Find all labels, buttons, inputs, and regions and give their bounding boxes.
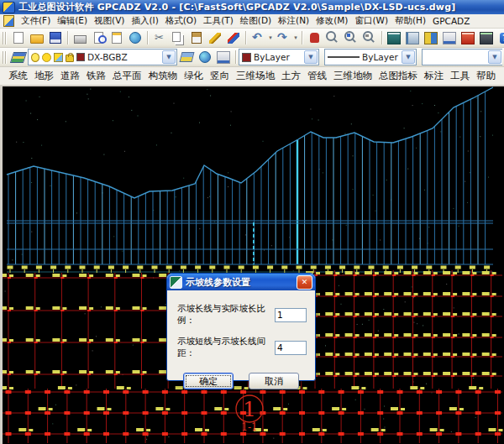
web-publish-button[interactable] bbox=[126, 29, 144, 47]
zoom-realtime-icon bbox=[326, 31, 336, 41]
lineweight-combo[interactable]: ▼ bbox=[422, 49, 502, 65]
dialog-title-bar[interactable]: 示坡线参数设置 ✕ bbox=[167, 274, 315, 290]
markup-manager-button[interactable] bbox=[459, 29, 477, 47]
slope-line-settings-dialog: 示坡线参数设置 ✕ 示坡长线与实际坡长比例： 示坡短线与示坡长线间距： 确定 取… bbox=[166, 273, 316, 381]
menu-item[interactable]: 工具(T) bbox=[200, 14, 237, 28]
menu-item[interactable]: 修改(M) bbox=[312, 14, 351, 28]
lineweight-combo-dropdown[interactable]: ▼ bbox=[488, 50, 501, 64]
toolbar-grip[interactable] bbox=[3, 51, 7, 64]
properties-button[interactable] bbox=[385, 29, 403, 47]
redo-icon bbox=[277, 33, 289, 44]
redo-dropdown[interactable]: ▾ bbox=[292, 34, 299, 41]
layer-previous-button[interactable] bbox=[214, 49, 233, 66]
ratio-field-row: 示坡长线与实际坡长比例： bbox=[177, 303, 307, 326]
toolbar-separator bbox=[67, 31, 68, 44]
layer-combo[interactable]: DX-BGBZ ▼ bbox=[28, 49, 177, 65]
undo-dropdown[interactable]: ▾ bbox=[267, 34, 274, 41]
standard-toolbar: ▾▾ 二维草图与注 bbox=[0, 29, 504, 48]
gpcadz-menu-item[interactable]: 道路 bbox=[57, 68, 83, 84]
dialog-icon bbox=[170, 276, 182, 289]
cut-button[interactable] bbox=[150, 29, 169, 47]
help-icon bbox=[500, 33, 504, 44]
spacing-input[interactable] bbox=[275, 341, 307, 355]
publish-button[interactable] bbox=[108, 29, 126, 47]
sheetset-manager-button[interactable] bbox=[440, 29, 459, 47]
gpcadz-menu-item[interactable]: 帮助 bbox=[473, 68, 499, 84]
ok-button[interactable]: 确定 bbox=[183, 373, 234, 389]
copy-icon bbox=[172, 32, 181, 42]
designcenter-button[interactable] bbox=[403, 29, 422, 47]
save-button[interactable] bbox=[46, 29, 65, 47]
tool-palettes-button[interactable] bbox=[422, 29, 440, 47]
undo-button[interactable] bbox=[249, 29, 267, 47]
document-icon[interactable] bbox=[3, 15, 14, 27]
gpcadz-menu-item[interactable]: 土方 bbox=[278, 68, 304, 84]
toolbar-grip[interactable] bbox=[3, 32, 7, 44]
gpcadz-menu-item[interactable]: 构筑物 bbox=[145, 68, 181, 84]
gpcadz-menu-item[interactable]: 绿化 bbox=[181, 68, 207, 84]
color-combo[interactable]: ByLayer ▼ bbox=[239, 49, 319, 65]
quickcalc-button[interactable] bbox=[477, 29, 496, 47]
redo-button[interactable] bbox=[274, 29, 292, 47]
dialog-close-button[interactable]: ✕ bbox=[297, 275, 312, 290]
paste-button[interactable] bbox=[187, 29, 206, 47]
new-button[interactable] bbox=[9, 29, 28, 47]
cancel-button[interactable]: 取消 bbox=[249, 373, 299, 389]
menu-item[interactable]: 绘图(D) bbox=[237, 14, 275, 28]
properties-icon bbox=[387, 32, 401, 44]
drawing-canvas[interactable]: 11-1 bbox=[3, 86, 504, 444]
zoom-window-button[interactable] bbox=[342, 29, 360, 47]
help-button[interactable] bbox=[496, 29, 504, 47]
title-bar[interactable]: 工业总图设计软件 GPCADZ V2.0 - [C:\FastSoft\GPCA… bbox=[0, 0, 504, 14]
gpcadz-menu-item[interactable]: 总平面 bbox=[109, 68, 145, 84]
plot-preview-button[interactable] bbox=[89, 29, 108, 47]
menu-item[interactable]: GPCADZ bbox=[429, 15, 473, 27]
open-button[interactable] bbox=[28, 29, 46, 47]
zoom-previous-button[interactable] bbox=[360, 29, 379, 47]
gpcadz-menu-item[interactable]: 竖向 bbox=[207, 68, 233, 84]
ratio-input[interactable] bbox=[275, 308, 307, 322]
menu-item[interactable]: 视图(V) bbox=[91, 14, 128, 28]
linetype-combo-value: ByLayer bbox=[362, 52, 398, 62]
gpcadz-menu-item[interactable]: 工具 bbox=[447, 68, 473, 84]
gpcadz-menu-item[interactable]: 三维地物 bbox=[330, 68, 375, 84]
paste-icon bbox=[192, 32, 202, 44]
menu-item[interactable]: 格式(O) bbox=[162, 14, 200, 28]
color-combo-dropdown[interactable]: ▼ bbox=[304, 50, 318, 64]
copy-button[interactable] bbox=[169, 29, 187, 47]
layer-manager-button[interactable] bbox=[9, 49, 28, 66]
format-painter-button[interactable] bbox=[224, 29, 243, 47]
zoom-realtime-button[interactable] bbox=[323, 29, 342, 47]
menu-item[interactable]: 编辑(E) bbox=[54, 14, 91, 28]
menu-item[interactable]: 窗口(W) bbox=[351, 14, 391, 28]
layer-update-button[interactable] bbox=[196, 49, 214, 66]
spacing-field-row: 示坡短线与示坡长线间距： bbox=[177, 336, 307, 359]
gpcadz-menu-item[interactable]: 系统 bbox=[5, 68, 31, 84]
pan-button[interactable] bbox=[305, 29, 323, 47]
gpcadz-menu-item[interactable]: 三维场地 bbox=[233, 68, 278, 84]
linetype-combo-dropdown[interactable]: ▼ bbox=[402, 50, 415, 64]
publish-icon bbox=[112, 32, 122, 44]
menu-item[interactable]: 帮助(H) bbox=[391, 14, 429, 28]
match-properties-button[interactable] bbox=[206, 29, 224, 47]
gpcadz-menu-item[interactable]: 管线 bbox=[304, 68, 330, 84]
plot-preview-icon bbox=[94, 32, 103, 44]
menu-item[interactable]: 插入(I) bbox=[128, 14, 161, 28]
cut-icon bbox=[154, 33, 165, 44]
gpcadz-menu-item[interactable]: 地形 bbox=[31, 68, 57, 84]
layer-combo-dropdown[interactable]: ▼ bbox=[162, 50, 176, 64]
gpcadz-menu-item[interactable]: 总图指标 bbox=[375, 68, 421, 84]
layer-lock-icon bbox=[66, 55, 74, 62]
gpcadz-menu-item[interactable]: 标注 bbox=[421, 68, 447, 84]
layer-color-swatch bbox=[76, 53, 85, 61]
linetype-combo[interactable]: ByLayer ▼ bbox=[324, 49, 417, 65]
cad-drawing[interactable]: 11-1 bbox=[3, 86, 504, 444]
plot-button[interactable] bbox=[71, 29, 89, 47]
window-title: 工业总图设计软件 GPCADZ V2.0 - [C:\FastSoft\GPCA… bbox=[18, 1, 456, 13]
gpcadz-menu-item[interactable]: 铁路 bbox=[83, 68, 109, 84]
menu-item[interactable]: 文件(F) bbox=[18, 14, 54, 28]
make-layer-current-button[interactable] bbox=[177, 49, 196, 66]
menu-bar: 文件(F)编辑(E)视图(V)插入(I)格式(O)工具(T)绘图(D)标注(N)… bbox=[0, 14, 504, 29]
menu-item[interactable]: 标注(N) bbox=[275, 14, 312, 28]
dialog-buttons: 确定 取消 bbox=[167, 373, 315, 389]
